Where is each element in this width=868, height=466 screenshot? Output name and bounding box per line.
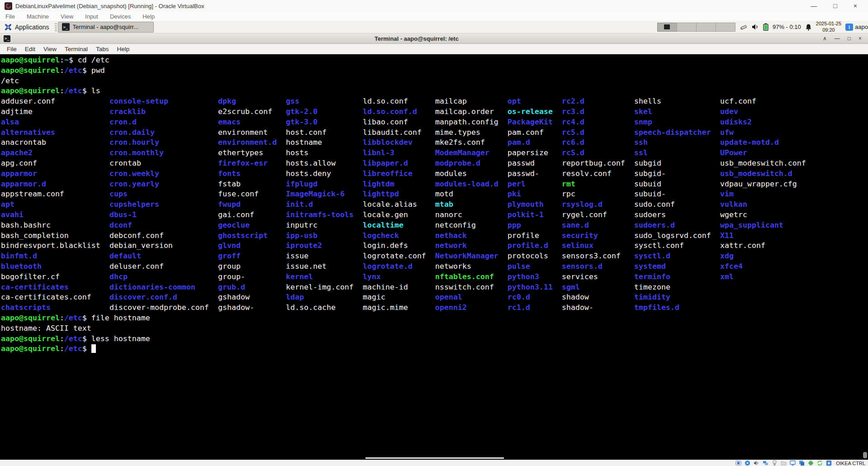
terminal-menu-tabs[interactable]: Tabs [92, 46, 113, 52]
ls-entry: alternatives [1, 128, 55, 138]
vbox-window-title: DebianLinuxPalvelimet (Debian_snapshot) … [15, 3, 204, 10]
ls-entry: shadow- [562, 303, 593, 313]
applications-menu-button[interactable]: Applications [0, 21, 54, 33]
ls-entry: polkit-1 [508, 210, 544, 220]
ls-entry: cron.d [109, 117, 137, 128]
usb-icon[interactable] [772, 460, 778, 466]
terminal-menu-view[interactable]: View [39, 46, 61, 52]
ls-row: alternativescron.dailyenvironmenthost.co… [1, 128, 868, 138]
vbox-menu-devices[interactable]: Devices [110, 13, 131, 20]
ls-entry: rc1.d [508, 303, 530, 313]
ls-entry: libreoffice [363, 169, 413, 179]
display-icon[interactable] [790, 460, 796, 466]
ls-entry: vdpau_wrapper.cfg [720, 179, 797, 190]
ls-entry: gshadow [218, 292, 250, 303]
ls-entry: e2scrub.conf [218, 107, 272, 117]
seamless-windows-icon[interactable] [799, 460, 805, 466]
battery-status-label: 97% - 0:10 [773, 24, 801, 30]
ls-entry: PackageKit [508, 117, 553, 128]
volume-icon[interactable] [752, 24, 759, 30]
ls-entry: gai.conf [218, 210, 254, 220]
prompt-line: aapo@squirrel:/etc$ ls [1, 86, 868, 96]
ls-entry: opt [508, 96, 521, 107]
workspace-3[interactable] [696, 23, 716, 32]
shade-icon[interactable]: ∧ [823, 35, 827, 42]
ls-entry: bash.bashrc [1, 220, 51, 231]
ls-entry: security [562, 231, 598, 241]
ls-entry: rc2.d [562, 96, 584, 107]
ls-entry: logrotate.conf [363, 251, 426, 262]
minimize-icon[interactable]: — [835, 35, 840, 42]
ls-entry: netconfig [435, 220, 476, 231]
user-session-badge[interactable]: i aapo [845, 24, 868, 31]
terminal-menu-edit[interactable]: Edit [21, 46, 39, 52]
ls-entry: locale.alias [363, 200, 417, 210]
vbox-menu-file[interactable]: File [5, 13, 15, 20]
host-key-icon[interactable] [826, 460, 832, 466]
ls-entry: timezone [634, 282, 670, 293]
terminal-menu-file[interactable]: File [3, 46, 21, 52]
ls-entry: ifplugd [286, 179, 318, 190]
features-icon[interactable] [808, 460, 814, 466]
ls-entry: debian_version [109, 241, 173, 251]
terminal-menu-help[interactable]: Help [113, 46, 134, 52]
taskbar-window-button[interactable]: >_ Terminal - aapo@squirr... [58, 22, 154, 33]
terminal-icon: >_ [62, 23, 70, 31]
ls-row: bindresvport.blacklistdebian_versionglvn… [1, 241, 868, 251]
terminal-screen[interactable]: aapo@squirrel:~$ cd /etcaapo@squirrel:/e… [0, 54, 868, 460]
notification-bell-icon[interactable] [805, 24, 812, 31]
ls-entry: cracklib [109, 107, 146, 117]
shared-folder-icon[interactable] [781, 460, 787, 466]
ls-entry: rmt [562, 179, 575, 190]
vbox-menu-view[interactable]: View [61, 13, 73, 20]
vbox-menu-machine[interactable]: Machine [27, 13, 49, 20]
vbox-menu-help[interactable]: Help [142, 13, 155, 20]
ls-entry: ghostscript [218, 231, 268, 241]
harddisk-icon[interactable] [735, 460, 741, 466]
ls-entry: grub.d [218, 282, 245, 293]
ls-entry: cupshelpers [109, 200, 159, 210]
clipman-pen-icon[interactable] [740, 24, 748, 31]
workspace-2[interactable] [677, 23, 697, 32]
minimize-icon[interactable]: — [811, 0, 817, 12]
ls-entry: nsswitch.conf [435, 282, 494, 293]
terminal-titlebar[interactable]: >_ Terminal - aapo@squirrel: /etc ∧ — □ … [0, 33, 868, 44]
ls-entry: glvnd [218, 241, 241, 251]
close-icon[interactable]: × [854, 0, 857, 12]
output-line: /etc [1, 76, 868, 86]
vbox-menu-input[interactable]: Input [85, 13, 98, 20]
network-icon[interactable] [763, 460, 768, 466]
close-icon[interactable]: × [859, 35, 862, 42]
ls-entry: vulkan [720, 200, 747, 210]
audio-icon[interactable] [754, 460, 759, 466]
ls-entry: pam.conf [508, 128, 544, 138]
terminal-menu-terminal[interactable]: Terminal [61, 46, 92, 52]
ls-entry: xfce4 [720, 262, 743, 272]
prompt-line: aapo@squirrel:~$ cd /etc [1, 55, 868, 66]
clock[interactable]: 2025-01-25 09:20 [816, 21, 841, 33]
terminal-scrollbar[interactable] [862, 54, 868, 460]
ls-entry: rygel.conf [562, 210, 607, 220]
mouse-integration-icon[interactable] [817, 460, 823, 466]
ls-entry: python3 [508, 272, 539, 282]
ls-entry: motd [435, 189, 453, 200]
ls-entry: bash_completion [1, 231, 69, 241]
ls-entry: systemd [634, 262, 666, 272]
ls-entry: rpc [562, 189, 575, 200]
ls-entry: sysctl.conf [634, 241, 684, 251]
maximize-icon[interactable]: □ [848, 35, 851, 42]
workspace-1[interactable] [657, 23, 677, 32]
ls-entry: initramfs-tools [286, 210, 354, 220]
ls-entry: papersize [508, 148, 548, 158]
ls-entry: apt [1, 200, 14, 210]
ls-entry: plymouth [508, 200, 544, 210]
scrollbar-thumb[interactable] [863, 452, 867, 458]
ls-entry: tmpfiles.d [634, 303, 679, 313]
maximize-icon[interactable]: □ [833, 0, 837, 12]
workspace-4[interactable] [716, 23, 735, 32]
ls-entry: rc3.d [562, 107, 584, 117]
optical-disc-icon[interactable] [745, 460, 750, 466]
vbox-statusbar: OIKEA CTRL [0, 460, 868, 466]
battery-icon[interactable] [763, 23, 768, 31]
ls-row: bogofilter.cfdhcpgroup-kernellynxnftable… [1, 272, 868, 282]
